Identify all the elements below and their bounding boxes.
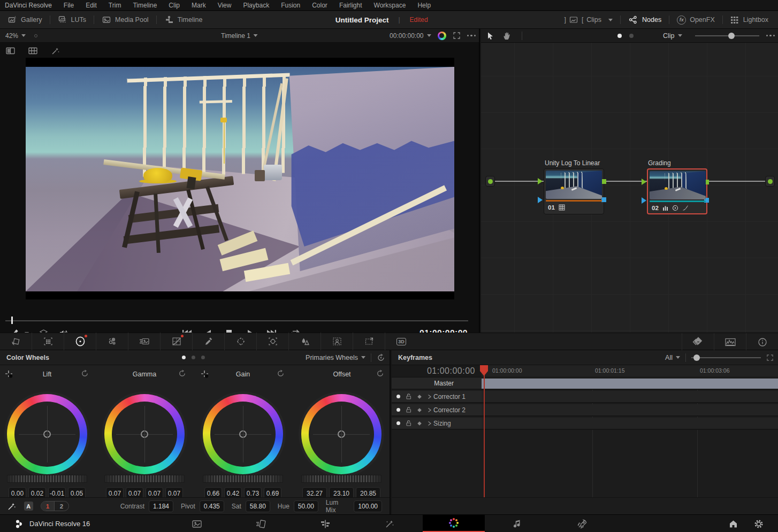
menu-help[interactable]: Help (411, 2, 437, 9)
wheel-indicator[interactable] (239, 430, 247, 438)
page-dots[interactable] (182, 356, 205, 359)
page-2-tab[interactable]: 2 (55, 502, 68, 511)
offset-master-wheel[interactable] (301, 475, 382, 483)
expand-icon[interactable] (453, 32, 461, 40)
source-node-connector[interactable] (485, 176, 495, 187)
menu-playback[interactable]: Playback (237, 2, 275, 9)
luts-button[interactable]: LUTs (50, 11, 94, 28)
curves-tab[interactable] (161, 333, 193, 350)
split-screen-icon[interactable] (5, 46, 16, 56)
camera-raw-tab[interactable] (0, 333, 32, 350)
gain-color-wheel[interactable] (203, 394, 283, 474)
slider-thumb[interactable] (693, 354, 700, 361)
track-enable-dot[interactable] (396, 421, 400, 425)
options-menu-icon[interactable] (467, 35, 476, 37)
motion-effects-tab[interactable] (128, 333, 161, 350)
color-match-tab[interactable] (32, 333, 64, 350)
pivot-value[interactable]: 0.435 (200, 500, 224, 512)
grid-view-icon[interactable] (28, 46, 39, 56)
edit-page-tab[interactable] (294, 515, 356, 532)
key-tab[interactable] (321, 333, 353, 350)
keyframes-filter-dropdown[interactable]: All (665, 354, 680, 361)
rgb-input-connector[interactable] (642, 179, 650, 185)
wheel-page-toggle[interactable]: 1 2 (41, 501, 69, 511)
clips-toggle-button[interactable]: ] [ Clips (557, 11, 620, 28)
highlight-wand-icon[interactable] (50, 46, 61, 56)
track-enable-dot[interactable] (396, 395, 400, 398)
sizing-tab[interactable] (353, 333, 385, 350)
cut-page-tab[interactable] (230, 515, 292, 532)
lum-mix-value[interactable]: 100.00 (354, 500, 382, 512)
master-track-bar[interactable] (482, 379, 778, 389)
fusion-page-tab[interactable] (359, 515, 421, 532)
viewer-playhead[interactable] (11, 317, 13, 324)
lock-icon[interactable] (405, 420, 412, 427)
gallery-button[interactable]: Gallery (0, 11, 50, 28)
wheel-mode-dropdown[interactable]: Primaries Wheels (306, 354, 365, 361)
reset-icon[interactable] (81, 369, 89, 377)
auto-balance-wand-icon[interactable] (6, 502, 17, 511)
expand-chevron-icon[interactable] (427, 394, 432, 399)
expand-icon[interactable] (766, 354, 774, 361)
expand-chevron-icon[interactable] (427, 421, 432, 426)
lightbox-button[interactable]: Lightbox (723, 11, 776, 28)
lock-icon[interactable] (405, 393, 412, 400)
fairlight-page-tab[interactable] (487, 515, 549, 532)
keyframe-diamond-icon[interactable] (417, 407, 422, 413)
key-input-connector[interactable] (538, 197, 546, 203)
media-pool-button[interactable]: Media Pool (94, 11, 156, 28)
rgb-mixer-tab[interactable] (96, 333, 128, 350)
gamma-color-wheel[interactable] (104, 394, 185, 474)
corrector-node-02[interactable]: 02 (647, 168, 707, 214)
keyframes-playhead-line[interactable] (484, 365, 485, 497)
page-1-tab[interactable]: 1 (41, 502, 55, 511)
hue-value[interactable]: 50.00 (294, 500, 318, 512)
tracker-tab[interactable] (257, 333, 289, 350)
deliver-page-tab[interactable] (551, 515, 613, 532)
menu-fairlight[interactable]: Fairlight (333, 2, 368, 9)
pan-tool-icon[interactable] (502, 31, 512, 41)
stereo-3d-tab[interactable]: 3D (385, 333, 417, 350)
scopes-icon[interactable] (714, 333, 746, 351)
key-output-connector[interactable] (601, 197, 606, 202)
menu-fusion[interactable]: Fusion (275, 2, 306, 9)
reset-icon[interactable] (277, 369, 285, 377)
keyframe-diamond-icon[interactable] (417, 394, 422, 399)
lift-master-wheel[interactable] (7, 475, 87, 483)
keyframes-ruler[interactable]: 01:00:00:00 01:00:01:15 01:00:03:06 (482, 365, 778, 377)
qualifier-tab[interactable] (193, 333, 225, 350)
rgb-input-connector[interactable] (538, 178, 546, 184)
timeline-selector-dropdown[interactable]: Timeline 1 (221, 32, 258, 40)
key-input-connector[interactable] (642, 197, 650, 204)
gamma-master-wheel[interactable] (104, 475, 185, 483)
project-manager-button[interactable] (722, 515, 744, 532)
reset-all-icon[interactable] (377, 353, 385, 362)
rgb-output-connector[interactable] (601, 179, 606, 184)
node-mode-dropdown[interactable]: Clip (663, 32, 682, 40)
openfx-button[interactable]: fx OpenFX (669, 11, 722, 28)
wheel-indicator[interactable] (338, 430, 345, 438)
viewer-frame[interactable] (26, 58, 454, 299)
lock-icon[interactable] (405, 406, 412, 413)
info-icon[interactable] (746, 333, 778, 351)
media-page-tab[interactable] (166, 515, 228, 532)
menu-workspace[interactable]: Workspace (368, 2, 412, 9)
slider-thumb[interactable] (728, 33, 735, 39)
track-enable-dot[interactable] (396, 408, 400, 412)
blur-tab[interactable] (289, 333, 321, 350)
color-wheels-tab[interactable] (64, 333, 96, 350)
timeline-button[interactable]: Timeline (157, 11, 210, 28)
keyframes-zoom-slider[interactable] (691, 357, 761, 358)
viewer-zoom-dropdown[interactable]: 42% (0, 32, 26, 40)
auto-color-button[interactable]: A (24, 502, 33, 511)
enhanced-viewer-icon[interactable] (438, 32, 446, 40)
menu-view[interactable]: View (212, 2, 238, 9)
node-view-dot[interactable] (629, 34, 634, 38)
wheel-indicator[interactable] (43, 430, 51, 438)
output-node-connector[interactable] (765, 176, 775, 187)
project-settings-button[interactable] (748, 515, 769, 532)
contrast-value[interactable]: 1.184 (149, 500, 173, 512)
menu-color[interactable]: Color (306, 2, 333, 9)
node-options-menu-icon[interactable] (766, 35, 775, 37)
wheel-indicator[interactable] (141, 430, 148, 438)
